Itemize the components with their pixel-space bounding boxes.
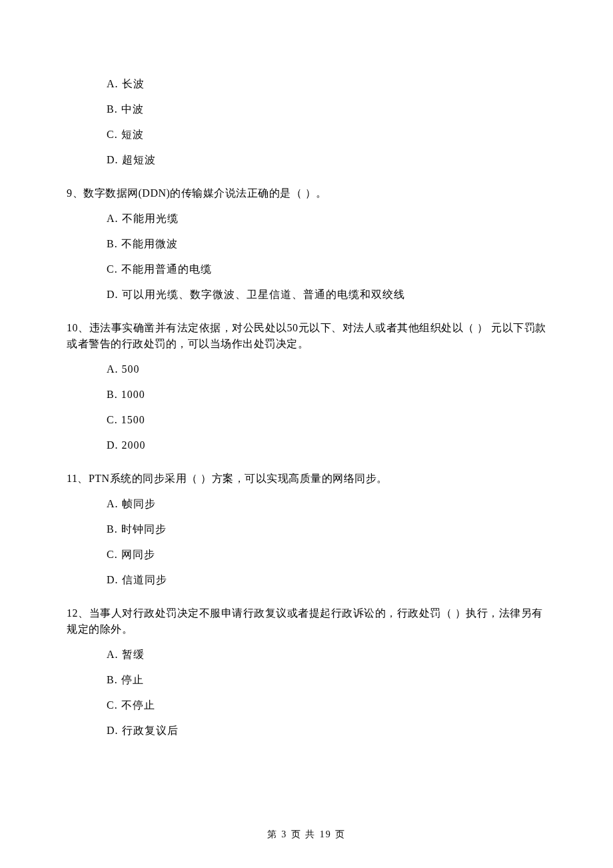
q10-option-a: A. 500 <box>107 361 546 377</box>
q10-option-b: B. 1000 <box>107 387 546 403</box>
q12-option-d: D. 行政复议后 <box>107 723 546 739</box>
q10-stem: 10、违法事实确凿并有法定依据，对公民处以50元以下、对法人或者其他组织处以（ … <box>67 320 546 352</box>
q9-option-b: B. 不能用微波 <box>107 236 546 252</box>
q12-option-b: B. 停止 <box>107 672 546 688</box>
q9-option-c: C. 不能用普通的电缆 <box>107 261 546 277</box>
q9-option-d: D. 可以用光缆、数字微波、卫星信道、普通的电缆和双绞线 <box>107 287 546 303</box>
q8-option-c: C. 短波 <box>107 127 546 143</box>
q11-option-b: B. 时钟同步 <box>107 521 546 537</box>
q11-option-a: A. 帧同步 <box>107 496 546 512</box>
q12-stem: 12、当事人对行政处罚决定不服申请行政复议或者提起行政诉讼的，行政处罚（ ）执行… <box>67 605 546 637</box>
q10-option-c: C. 1500 <box>107 412 546 428</box>
q8-option-b: B. 中波 <box>107 101 546 117</box>
q11-option-c: C. 网同步 <box>107 547 546 563</box>
q8-option-d: D. 超短波 <box>107 152 546 168</box>
q11-stem: 11、PTN系统的同步采用（ ）方案，可以实现高质量的网络同步。 <box>67 471 546 487</box>
q12-option-c: C. 不停止 <box>107 697 546 713</box>
q12-option-a: A. 暂缓 <box>107 647 546 663</box>
q10-option-d: D. 2000 <box>107 437 546 453</box>
page-footer: 第 3 页 共 19 页 <box>0 827 613 841</box>
q11-option-d: D. 信道同步 <box>107 572 546 588</box>
exam-page: A. 长波 B. 中波 C. 短波 D. 超短波 9、数字数据网(DDN)的传输… <box>0 0 613 868</box>
q8-option-a: A. 长波 <box>107 76 546 92</box>
q9-option-a: A. 不能用光缆 <box>107 211 546 227</box>
q9-stem: 9、数字数据网(DDN)的传输媒介说法正确的是（ ）。 <box>67 185 546 201</box>
